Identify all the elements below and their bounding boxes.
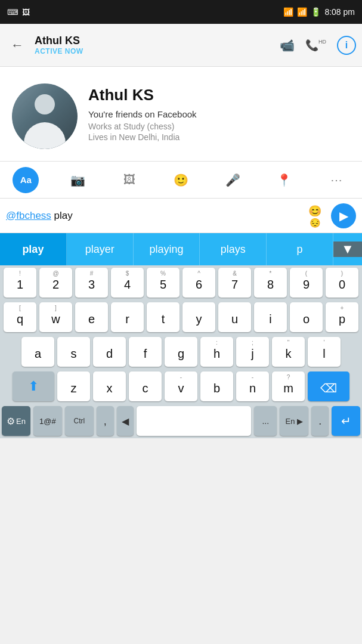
language-settings-button[interactable]: ⚙ En <box>2 406 30 436</box>
key-3[interactable]: #3 <box>75 268 108 298</box>
key-i[interactable]: i <box>254 302 287 332</box>
suggestion-plays[interactable]: plays <box>200 233 267 265</box>
action-bar: Aa 📷 🖼 🙂 🎤 📍 ⋯ <box>0 162 362 199</box>
key-p[interactable]: +p <box>326 302 358 332</box>
key-8[interactable]: *8 <box>254 268 287 298</box>
key-y[interactable]: y <box>182 302 215 332</box>
left-arrow-icon: ◀ <box>122 416 129 427</box>
backspace-icon: ⌫ <box>320 381 337 395</box>
key-5[interactable]: %5 <box>147 268 180 298</box>
key-g[interactable]: g <box>165 337 197 367</box>
emoji-reaction-button[interactable]: 😊😔 <box>304 205 326 227</box>
key-h[interactable]: :h <box>200 337 233 367</box>
key-o[interactable]: o <box>290 302 323 332</box>
camera-icon: 📷 <box>70 173 85 187</box>
key-u[interactable]: u <box>218 302 251 332</box>
language-label: En <box>16 417 26 426</box>
chat-header: ← Athul KS ACTIVE NOW 📹 📞HD i <box>0 24 362 67</box>
key-l[interactable]: 'l <box>308 337 341 367</box>
spacebar[interactable] <box>137 406 251 436</box>
location-button[interactable]: 📍 <box>271 167 298 193</box>
enter-button[interactable]: ↵ <box>332 406 360 436</box>
key-4[interactable]: $4 <box>111 268 144 298</box>
key-k[interactable]: "k <box>272 337 305 367</box>
camera-button[interactable]: 📷 <box>64 167 91 193</box>
key-x[interactable]: x <box>93 371 126 401</box>
phone-call-button[interactable]: 📞HD <box>305 39 326 52</box>
key-e[interactable]: e <box>75 302 108 332</box>
suggestions-collapse-button[interactable]: ▼ <box>333 242 362 257</box>
shift-icon: ⬆ <box>28 379 39 394</box>
contact-status: ACTIVE NOW <box>35 47 274 55</box>
time-label: 8:08 pm <box>324 7 355 17</box>
suggestion-player[interactable]: player <box>67 233 134 265</box>
numpad-button[interactable]: 1@# <box>33 406 62 436</box>
key-a[interactable]: a <box>21 337 54 367</box>
key-j[interactable]: ;j <box>236 337 269 367</box>
en-button[interactable]: En ▶ <box>280 406 308 436</box>
suggestion-p[interactable]: p <box>267 233 333 265</box>
status-right: 📶 📶 🔋 8:08 pm <box>283 7 355 17</box>
mention-text: @fbchess <box>6 210 51 221</box>
text-mode-button[interactable]: Aa <box>13 167 39 193</box>
profile-name: Athul KS <box>88 86 197 104</box>
dots-button[interactable]: ... <box>254 406 277 436</box>
arrow-left-key[interactable]: ◀ <box>117 406 134 436</box>
status-left: ⌨ 🖼 <box>7 8 30 17</box>
more-button[interactable]: ⋯ <box>323 167 349 193</box>
profile-friends-text: You're friends on Facebook <box>88 109 197 119</box>
comma-key[interactable]: , <box>97 406 114 436</box>
key-1[interactable]: !1 <box>4 268 36 298</box>
en-label: En ▶ <box>286 417 304 426</box>
image-button[interactable]: 🖼 <box>116 167 143 193</box>
bottom-row: ⚙ En 1@# Ctrl , ◀ ... En ▶ . ↵ <box>0 404 362 438</box>
key-0[interactable]: )0 <box>326 268 358 298</box>
key-v[interactable]: -v <box>165 371 197 401</box>
back-button[interactable]: ← <box>6 33 29 58</box>
key-b[interactable]: b <box>200 371 233 401</box>
mic-icon: 🎤 <box>225 173 240 187</box>
backspace-button[interactable]: ⌫ <box>308 371 349 401</box>
avatar <box>12 83 78 149</box>
photo-icon: 🖼 <box>22 8 30 17</box>
location-icon: 📍 <box>277 173 292 187</box>
key-w[interactable]: ]w <box>39 302 72 332</box>
image-icon: 🖼 <box>123 173 135 187</box>
key-d[interactable]: d <box>93 337 126 367</box>
message-input[interactable]: @fbchess play <box>6 210 299 222</box>
suggestion-play[interactable]: play <box>0 233 67 265</box>
key-9[interactable]: (9 <box>290 268 323 298</box>
comma-label: , <box>104 415 107 428</box>
mic-button[interactable]: 🎤 <box>219 167 246 193</box>
key-f[interactable]: f <box>129 337 162 367</box>
period-label: . <box>318 415 321 428</box>
shift-button[interactable]: ⬆ <box>13 371 54 401</box>
key-c[interactable]: c <box>129 371 162 401</box>
send-button[interactable]: ▶ <box>331 203 356 228</box>
profile-section: Athul KS You're friends on Facebook Work… <box>0 67 362 162</box>
video-call-button[interactable]: 📹 <box>280 38 295 52</box>
suggestion-playing[interactable]: playing <box>134 233 200 265</box>
key-t[interactable]: t <box>147 302 180 332</box>
key-r[interactable]: r <box>111 302 144 332</box>
emoji-button[interactable]: 🙂 <box>168 167 194 193</box>
ctrl-button[interactable]: Ctrl <box>65 406 94 436</box>
key-z[interactable]: z <box>57 371 90 401</box>
key-7[interactable]: &7 <box>218 268 251 298</box>
info-button[interactable]: i <box>337 36 356 55</box>
number-row: !1 @2 #3 $4 %5 ^6 &7 *8 (9 )0 <box>0 265 362 300</box>
header-icons: 📹 📞HD i <box>280 36 356 55</box>
key-n[interactable]: -n <box>236 371 269 401</box>
profile-works-text: Works at Study (chess) <box>88 122 197 131</box>
key-6[interactable]: ^6 <box>182 268 215 298</box>
more-icon: ⋯ <box>330 173 342 187</box>
zxcv-row: ⬆ z x c -v b -n ?m ⌫ <box>0 369 362 404</box>
period-key[interactable]: . <box>311 406 329 436</box>
key-m[interactable]: ?m <box>272 371 305 401</box>
key-q[interactable]: [q <box>4 302 36 332</box>
send-icon: ▶ <box>339 209 348 223</box>
key-s[interactable]: s <box>57 337 90 367</box>
key-2[interactable]: @2 <box>39 268 72 298</box>
wifi-icon: 📶 <box>283 7 293 17</box>
settings-icon: ⚙ <box>7 416 15 427</box>
